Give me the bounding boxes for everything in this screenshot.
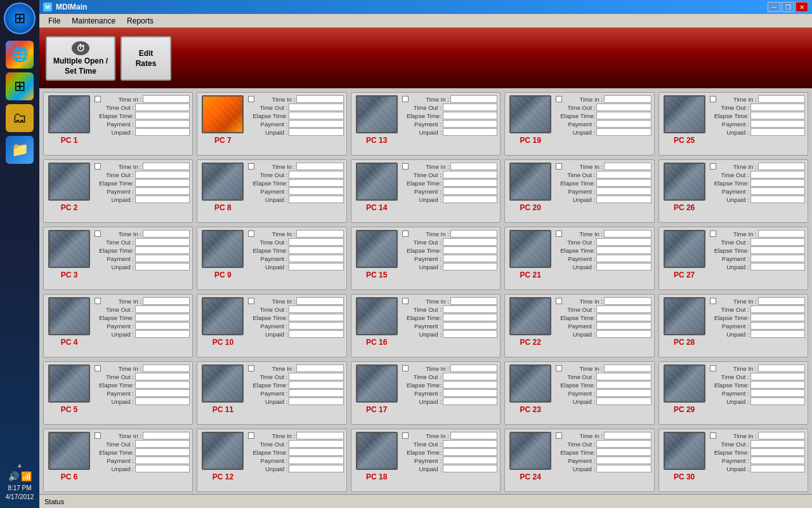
network-icon[interactable]: 📶: [21, 471, 32, 481]
time-out-label: Time Out :: [248, 441, 287, 448]
close-button[interactable]: ✕: [796, 2, 808, 12]
pc-card[interactable]: PC 10 Time In : Time Out : Elapse Time: …: [197, 294, 346, 358]
main-window: M MDIMain ─ ❐ ✕ File Maintenance Reports…: [39, 0, 812, 508]
pc-card[interactable]: PC 15 Time In : Time Out : Elapse Time: …: [351, 227, 501, 290]
time-in-checkbox[interactable]: [710, 365, 716, 371]
time-in-checkbox[interactable]: [710, 96, 716, 102]
menu-maintenance[interactable]: Maintenance: [67, 15, 121, 27]
payment-value: [135, 187, 190, 195]
time-in-checkbox[interactable]: [95, 231, 101, 237]
pc-card[interactable]: PC 14 Time In : Time Out : Elapse Time: …: [351, 159, 501, 223]
time-in-checkbox[interactable]: [95, 96, 101, 102]
pc-time-in-field: Time In :: [402, 230, 497, 237]
edit-rates-button[interactable]: Edit Rates: [121, 36, 171, 81]
time-in-checkbox[interactable]: [402, 163, 409, 170]
pc-card[interactable]: PC 19 Time In : Time Out : Elapse Time: …: [504, 92, 654, 156]
pc-card[interactable]: PC 28 Time In : Time Out : Elapse Time: …: [658, 294, 808, 358]
pc-card[interactable]: PC 18 Time In : Time Out : Elapse Time: …: [351, 429, 501, 492]
speaker-icon[interactable]: 🔊: [8, 471, 19, 481]
unpaid-label: Unpaid :: [402, 129, 442, 136]
time-in-checkbox[interactable]: [556, 96, 562, 102]
time-out-value: [596, 305, 651, 313]
time-in-checkbox[interactable]: [248, 432, 254, 439]
pc-card[interactable]: PC 17 Time In : Time Out : Elapse Time: …: [351, 361, 501, 425]
time-in-checkbox[interactable]: [402, 231, 409, 237]
time-in-checkbox[interactable]: [402, 365, 409, 371]
pc-unpaid-field: Unpaid :: [248, 330, 343, 338]
pc-card[interactable]: PC 8 Time In : Time Out : Elapse Time: P…: [197, 159, 346, 223]
expand-arrow[interactable]: ▲: [16, 462, 23, 469]
pc-card[interactable]: PC 30 Time In : Time Out : Elapse Time: …: [658, 429, 808, 492]
pc-left: PC 8: [200, 163, 246, 220]
explorer-icon[interactable]: 📁: [6, 136, 34, 164]
time-in-checkbox[interactable]: [248, 298, 254, 304]
windows-icon[interactable]: ⊞: [6, 72, 34, 100]
unpaid-label: Unpaid :: [556, 331, 595, 338]
pc-card[interactable]: PC 13 Time In : Time Out : Elapse Time: …: [351, 92, 501, 156]
edit-rates-line1: Edit: [139, 49, 154, 58]
pc-card[interactable]: PC 7 Time In : Time Out : Elapse Time: P…: [197, 92, 346, 156]
multiple-open-button[interactable]: ⏱ Multiple Open / Set Time: [46, 36, 115, 81]
unpaid-label: Unpaid :: [95, 264, 134, 271]
time-in-checkbox[interactable]: [710, 432, 716, 439]
pc-card[interactable]: PC 5 Time In : Time Out : Elapse Time: P…: [43, 361, 193, 425]
elapse-value: [443, 314, 497, 321]
time-in-checkbox[interactable]: [710, 298, 716, 304]
pc-card[interactable]: PC 23 Time In : Time Out : Elapse Time: …: [504, 361, 654, 425]
time-in-checkbox[interactable]: [95, 298, 101, 304]
pc-card[interactable]: PC 20 Time In : Time Out : Elapse Time: …: [504, 159, 654, 223]
time-in-checkbox[interactable]: [556, 298, 562, 304]
time-in-checkbox[interactable]: [710, 163, 716, 170]
unpaid-label: Unpaid :: [248, 196, 287, 203]
unpaid-value: [289, 263, 343, 271]
elapse-value: [289, 179, 343, 187]
time-in-checkbox[interactable]: [248, 163, 254, 170]
pc-card[interactable]: PC 3 Time In : Time Out : Elapse Time: P…: [43, 227, 193, 290]
time-in-checkbox[interactable]: [402, 298, 409, 304]
pc-card[interactable]: PC 27 Time In : Time Out : Elapse Time: …: [658, 227, 808, 290]
time-in-checkbox[interactable]: [95, 365, 101, 371]
time-in-label: Time In :: [102, 432, 141, 439]
pc-label: PC 28: [674, 338, 695, 347]
time-in-value: [758, 364, 805, 372]
time-in-checkbox[interactable]: [402, 432, 409, 439]
pc-card[interactable]: PC 9 Time In : Time Out : Elapse Time: P…: [197, 227, 346, 290]
menu-file[interactable]: File: [43, 15, 65, 27]
pc-card[interactable]: PC 29 Time In : Time Out : Elapse Time: …: [658, 361, 808, 425]
pc-left: PC 20: [508, 163, 553, 220]
time-in-checkbox[interactable]: [556, 365, 562, 371]
time-in-checkbox[interactable]: [95, 432, 101, 439]
pc-card[interactable]: PC 25 Time In : Time Out : Elapse Time: …: [658, 92, 808, 156]
pc-payment-field: Payment :: [95, 187, 190, 195]
time-in-checkbox[interactable]: [95, 163, 101, 170]
pc-unpaid-field: Unpaid :: [710, 330, 805, 338]
time-in-checkbox[interactable]: [248, 231, 254, 237]
start-button[interactable]: ⊞: [4, 3, 36, 34]
chrome-icon[interactable]: 🌐: [6, 41, 34, 69]
pc-card[interactable]: PC 11 Time In : Time Out : Elapse Time: …: [197, 361, 346, 425]
time-in-checkbox[interactable]: [556, 231, 562, 237]
time-in-checkbox[interactable]: [248, 96, 254, 102]
pc-card[interactable]: PC 4 Time In : Time Out : Elapse Time: P…: [43, 294, 193, 358]
payment-label: Payment :: [710, 323, 749, 330]
pc-card[interactable]: PC 22 Time In : Time Out : Elapse Time: …: [504, 294, 654, 358]
time-in-checkbox[interactable]: [710, 231, 716, 237]
unpaid-value: [750, 196, 805, 203]
payment-label: Payment :: [95, 390, 134, 397]
pc-card[interactable]: PC 2 Time In : Time Out : Elapse Time: P…: [43, 159, 193, 223]
pc-card[interactable]: PC 6 Time In : Time Out : Elapse Time: P…: [43, 429, 193, 492]
folder-icon[interactable]: 🗂: [6, 104, 34, 132]
time-in-checkbox[interactable]: [402, 96, 409, 102]
pc-card[interactable]: PC 12 Time In : Time Out : Elapse Time: …: [197, 429, 346, 492]
time-in-checkbox[interactable]: [248, 365, 254, 371]
restore-button[interactable]: ❐: [782, 2, 794, 12]
time-in-checkbox[interactable]: [556, 163, 562, 170]
pc-card[interactable]: PC 26 Time In : Time Out : Elapse Time: …: [658, 159, 808, 223]
pc-card[interactable]: PC 24 Time In : Time Out : Elapse Time: …: [504, 429, 654, 492]
pc-card[interactable]: PC 21 Time In : Time Out : Elapse Time: …: [504, 227, 654, 290]
time-in-checkbox[interactable]: [556, 432, 562, 439]
minimize-button[interactable]: ─: [768, 2, 780, 12]
pc-card[interactable]: PC 1 Time In : Time Out : Elapse Time: P…: [43, 92, 193, 156]
menu-reports[interactable]: Reports: [122, 15, 159, 27]
pc-card[interactable]: PC 16 Time In : Time Out : Elapse Time: …: [351, 294, 501, 358]
